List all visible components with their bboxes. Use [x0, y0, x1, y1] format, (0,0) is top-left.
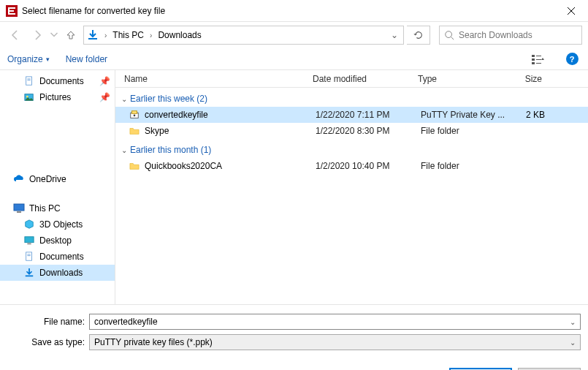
- search-placeholder: Search Downloads: [459, 30, 532, 40]
- sidebar-label: Pictures: [39, 92, 71, 102]
- column-name[interactable]: Name: [124, 74, 313, 84]
- navigation-bar: › This PC › Downloads ⌄ Search Downloads: [0, 22, 588, 48]
- file-row[interactable]: convertedkeyfile 1/22/2020 7:11 PM PuTTY…: [115, 107, 588, 123]
- savetype-select[interactable]: PuTTY private key files (*.ppk) ⌄: [89, 334, 581, 350]
- window-title: Select filename for converted key file: [22, 6, 554, 16]
- search-input[interactable]: Search Downloads: [439, 26, 582, 45]
- sidebar-label: Desktop: [39, 235, 72, 246]
- svg-rect-6: [536, 59, 541, 60]
- sidebar-item-3dobjects[interactable]: 3D Objects: [0, 216, 115, 233]
- svg-rect-7: [536, 63, 541, 64]
- help-button[interactable]: ?: [563, 50, 581, 68]
- svg-rect-10: [27, 80, 30, 80]
- dropdown-arrow-icon[interactable]: ⌄: [570, 339, 576, 347]
- chevron-down-icon: ⌄: [121, 95, 127, 103]
- svg-point-22: [134, 115, 136, 117]
- chevron-down-icon: ⌄: [121, 146, 127, 154]
- svg-rect-8: [26, 77, 32, 85]
- sidebar-label: 3D Objects: [39, 219, 83, 230]
- dropdown-arrow-icon: ▾: [46, 56, 50, 63]
- folder-icon: [129, 160, 140, 172]
- documents-icon: [23, 251, 35, 263]
- group-label: Earlier this week (2): [130, 94, 207, 104]
- file-name: Skype: [145, 126, 316, 136]
- column-headers: Name Date modified Type Size: [115, 70, 588, 88]
- sidebar-item-onedrive[interactable]: OneDrive: [0, 171, 115, 187]
- documents-icon: [23, 75, 35, 87]
- svg-rect-4: [532, 62, 535, 64]
- file-row[interactable]: Quickbooks2020CA 1/2/2020 10:40 PM File …: [115, 158, 588, 174]
- refresh-button[interactable]: [407, 26, 430, 45]
- sidebar-label: Downloads: [39, 268, 83, 278]
- filename-value: convertedkeyfile: [94, 317, 570, 327]
- sidebar-item-thispc[interactable]: This PC: [0, 200, 115, 216]
- breadcrumb-root[interactable]: This PC: [110, 30, 147, 40]
- svg-rect-3: [532, 58, 535, 61]
- new-folder-button[interactable]: New folder: [66, 54, 107, 64]
- toolbar: Organize ▾ New folder ?: [0, 48, 588, 70]
- group-earlier-month[interactable]: ⌄ Earlier this month (1): [115, 139, 588, 158]
- putty-key-icon: [129, 109, 140, 121]
- svg-rect-18: [27, 254, 30, 255]
- sidebar-item-documents-pc[interactable]: Documents: [0, 249, 115, 265]
- up-button[interactable]: [61, 26, 80, 45]
- folder-icon: [129, 125, 140, 137]
- svg-rect-9: [27, 79, 30, 80]
- sidebar-label: Documents: [39, 76, 84, 86]
- file-type: File folder: [421, 161, 508, 171]
- sidebar-item-documents[interactable]: Documents 📌: [0, 73, 115, 89]
- sidebar-label: OneDrive: [29, 174, 66, 184]
- file-type: File folder: [421, 126, 508, 136]
- group-earlier-week[interactable]: ⌄ Earlier this week (2): [115, 88, 588, 107]
- svg-point-1: [446, 31, 452, 38]
- back-button[interactable]: [6, 26, 25, 45]
- forward-button[interactable]: [28, 26, 47, 45]
- sidebar-label: This PC: [29, 203, 61, 214]
- organize-label: Organize: [7, 54, 43, 64]
- sidebar-item-downloads[interactable]: Downloads: [0, 265, 115, 281]
- svg-rect-16: [27, 243, 31, 245]
- savetype-label: Save as type:: [7, 337, 89, 347]
- view-options-button[interactable]: [530, 50, 547, 68]
- recent-dropdown[interactable]: [50, 26, 58, 45]
- footer: ˄ Hide Folders Save Cancel: [0, 355, 588, 370]
- svg-rect-2: [532, 55, 535, 57]
- file-date: 1/22/2020 8:30 PM: [316, 126, 421, 136]
- filename-label: File name:: [7, 317, 89, 327]
- file-name: Quickbooks2020CA: [145, 161, 316, 171]
- onedrive-icon: [13, 173, 25, 185]
- bottom-form: File name: convertedkeyfile ⌄ Save as ty…: [0, 304, 588, 350]
- sidebar-item-pictures[interactable]: Pictures 📌: [0, 89, 115, 105]
- address-bar[interactable]: › This PC › Downloads ⌄: [83, 26, 404, 45]
- file-list-area: Name Date modified Type Size ⌄ Earlier t…: [115, 70, 588, 304]
- file-row[interactable]: Skype 1/22/2020 8:30 PM File folder: [115, 123, 588, 139]
- thispc-icon: [13, 203, 25, 214]
- svg-rect-19: [27, 255, 30, 256]
- pictures-icon: [23, 91, 35, 103]
- address-dropdown[interactable]: ⌄: [387, 30, 402, 40]
- dropdown-arrow-icon[interactable]: ⌄: [570, 318, 576, 326]
- sidebar-label: Documents: [39, 252, 84, 262]
- file-type: PuTTY Private Key ...: [421, 110, 508, 120]
- group-label: Earlier this month (1): [130, 145, 211, 155]
- close-button[interactable]: [554, 0, 588, 22]
- breadcrumb-folder[interactable]: Downloads: [155, 30, 204, 40]
- 3dobjects-icon: [23, 219, 35, 230]
- column-type[interactable]: Type: [418, 74, 505, 84]
- file-date: 1/22/2020 7:11 PM: [316, 110, 421, 120]
- sidebar-item-desktop[interactable]: Desktop: [0, 233, 115, 249]
- column-date[interactable]: Date modified: [313, 74, 418, 84]
- organize-menu[interactable]: Organize ▾: [7, 54, 50, 64]
- savetype-value: PuTTY private key files (*.ppk): [94, 337, 570, 347]
- file-size: 2 KB: [508, 110, 552, 120]
- svg-rect-13: [14, 204, 24, 211]
- chevron-right-icon: ›: [147, 31, 155, 39]
- pin-icon: 📌: [99, 76, 110, 86]
- svg-rect-15: [25, 237, 34, 243]
- file-name: convertedkeyfile: [145, 110, 316, 120]
- svg-point-12: [26, 96, 28, 98]
- svg-rect-5: [536, 56, 541, 56]
- filename-input[interactable]: convertedkeyfile ⌄: [89, 314, 581, 330]
- downloads-icon: [23, 267, 35, 279]
- column-size[interactable]: Size: [505, 74, 549, 84]
